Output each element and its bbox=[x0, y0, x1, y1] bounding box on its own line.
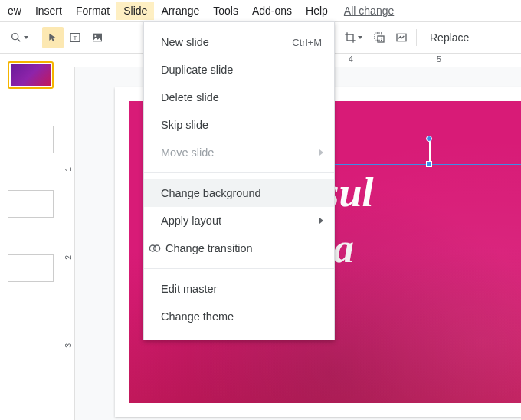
ruler-tick: 1 bbox=[64, 167, 73, 172]
slide-menu-dropdown: New slide Ctrl+M Duplicate slide Delete … bbox=[143, 21, 335, 340]
submenu-arrow-icon bbox=[319, 149, 323, 156]
vertical-ruler: 1 2 3 bbox=[61, 67, 75, 420]
crop-button[interactable] bbox=[339, 27, 368, 48]
image-icon bbox=[91, 31, 103, 44]
menu-addons[interactable]: Add-ons bbox=[245, 2, 299, 20]
menu-arrange[interactable]: Arrange bbox=[154, 2, 206, 20]
menu-tools[interactable]: Tools bbox=[206, 2, 245, 20]
reset-image-button[interactable] bbox=[391, 27, 412, 48]
transition-icon bbox=[149, 242, 161, 254]
zoom-icon bbox=[10, 31, 22, 44]
menu-label: Move slide bbox=[161, 146, 214, 159]
crop-icon bbox=[344, 31, 356, 44]
changes-saved-link[interactable]: All change bbox=[344, 5, 394, 17]
select-tool-button[interactable] bbox=[42, 27, 64, 48]
rotate-handle[interactable] bbox=[426, 136, 432, 142]
menu-new-slide[interactable]: New slide Ctrl+M bbox=[144, 28, 334, 56]
svg-rect-8 bbox=[378, 36, 384, 42]
toolbar-separator bbox=[416, 29, 417, 46]
menu-apply-layout[interactable]: Apply layout bbox=[144, 207, 334, 235]
submenu-arrow-icon bbox=[319, 218, 323, 224]
menu-change-background[interactable]: Change background bbox=[144, 179, 334, 207]
menu-format[interactable]: Format bbox=[69, 2, 116, 20]
menu-change-transition[interactable]: Change transition bbox=[144, 235, 334, 262]
slide-thumbnail-4[interactable] bbox=[8, 254, 53, 282]
menu-slide[interactable]: Slide bbox=[116, 2, 154, 20]
slide-thumbnail-3[interactable] bbox=[8, 190, 53, 218]
slide-thumbnail-panel bbox=[0, 54, 61, 420]
toolbar-separator bbox=[38, 29, 38, 46]
chevron-down-icon bbox=[358, 36, 362, 39]
menu-change-theme[interactable]: Change theme bbox=[144, 303, 334, 330]
menu-view[interactable]: ew bbox=[1, 2, 28, 20]
menu-label: Change transition bbox=[165, 242, 253, 254]
menu-skip-slide[interactable]: Skip slide bbox=[144, 111, 334, 139]
replace-image-button[interactable]: Replace bbox=[425, 31, 473, 44]
chevron-down-icon bbox=[24, 36, 28, 39]
svg-point-11 bbox=[154, 245, 160, 251]
zoom-button[interactable] bbox=[5, 27, 34, 48]
menu-edit-master[interactable]: Edit master bbox=[144, 275, 334, 303]
svg-text:T: T bbox=[74, 34, 77, 41]
rotate-handle-line bbox=[429, 140, 431, 165]
ruler-tick: 4 bbox=[349, 54, 353, 64]
svg-line-1 bbox=[18, 39, 20, 41]
menu-move-slide: Move slide bbox=[144, 139, 334, 166]
image-tool-button[interactable] bbox=[87, 27, 108, 48]
ruler-tick: 2 bbox=[64, 255, 73, 260]
slide-thumbnail-1[interactable] bbox=[8, 61, 53, 89]
ruler-tick: 3 bbox=[64, 343, 73, 348]
menu-delete-slide[interactable]: Delete slide bbox=[144, 84, 334, 111]
svg-point-0 bbox=[12, 34, 18, 40]
mask-icon bbox=[373, 31, 385, 44]
resize-handle-top[interactable] bbox=[426, 161, 432, 167]
textbox-icon: T bbox=[69, 31, 81, 44]
reset-image-icon bbox=[395, 31, 408, 44]
menu-separator bbox=[144, 172, 334, 173]
menu-label: Apply layout bbox=[161, 215, 221, 227]
slide-thumbnail-2[interactable] bbox=[8, 126, 53, 153]
menu-bar: ew Insert Format Slide Arrange Tools Add… bbox=[0, 0, 521, 21]
cursor-icon bbox=[48, 32, 58, 43]
ruler-tick: 5 bbox=[437, 54, 441, 64]
menu-insert[interactable]: Insert bbox=[28, 2, 69, 20]
menu-help[interactable]: Help bbox=[299, 2, 335, 20]
mask-button[interactable] bbox=[369, 27, 390, 48]
textbox-tool-button[interactable]: T bbox=[64, 27, 86, 48]
menu-separator bbox=[144, 268, 334, 269]
menu-shortcut: Ctrl+M bbox=[292, 37, 322, 48]
menu-label: New slide bbox=[161, 36, 209, 48]
svg-point-5 bbox=[94, 35, 96, 37]
menu-duplicate-slide[interactable]: Duplicate slide bbox=[144, 56, 334, 84]
